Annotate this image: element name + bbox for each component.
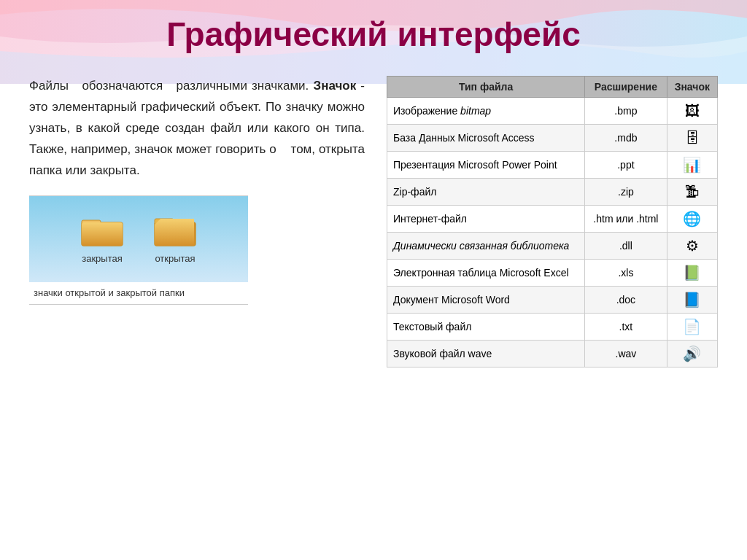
svg-rect-3	[82, 222, 123, 246]
open-folder-wrapper: открытая	[153, 211, 197, 267]
desc-part2: - это элементарный графический объект. П…	[29, 79, 365, 177]
cell-icon: 🖼	[667, 98, 717, 125]
file-type-icon: 📗	[683, 263, 702, 282]
description-text: Файлы обозначаются различными значками. …	[29, 76, 365, 181]
cell-type: Текстовый файл	[387, 314, 585, 341]
cell-icon: 📘	[667, 287, 717, 314]
closed-folder-label: закрытая	[82, 251, 123, 267]
file-type-icon: 🗜	[683, 182, 702, 201]
table-row: Zip-файл.zip🗜	[387, 179, 718, 206]
cell-icon: 📗	[667, 260, 717, 287]
open-folder-icon	[153, 211, 197, 248]
cell-ext: .mdb	[585, 125, 667, 152]
cell-type: Электронная таблица Microsoft Excel	[387, 260, 585, 287]
col-header-type: Тип файла	[387, 77, 585, 98]
cell-icon: 🗜	[667, 179, 717, 206]
file-type-icon: 📘	[683, 290, 702, 309]
cell-icon: 📊	[667, 152, 717, 179]
table-row: Электронная таблица Microsoft Excel.xls📗	[387, 260, 718, 287]
folder-caption: значки открытой и закрытой папки	[29, 282, 248, 304]
folder-image-container: закрытая	[29, 195, 248, 305]
cell-icon: ⚙	[667, 233, 717, 260]
table-row: Изображение bitmap.bmp🖼	[387, 98, 718, 125]
cell-ext: .wav	[585, 341, 667, 368]
cell-type: Интернет-файл	[387, 206, 585, 233]
table-row: Интернет-файл.htm или .html🌐	[387, 206, 718, 233]
table-row: Динамически связанная библиотека.dll⚙	[387, 233, 718, 260]
cell-type: Звуковой файл wave	[387, 341, 585, 368]
cell-ext: .ppt	[585, 152, 667, 179]
table-row: Документ Microsoft Word.doc📘	[387, 287, 718, 314]
cell-ext: .zip	[585, 179, 667, 206]
cell-icon: 📄	[667, 314, 717, 341]
file-type-icon: 🗄	[683, 128, 702, 147]
file-type-icon: ⚙	[683, 236, 702, 255]
bold-word: Значок	[313, 79, 356, 93]
cell-ext: .doc	[585, 287, 667, 314]
left-text-block: Файлы обозначаются различными значками. …	[29, 76, 365, 305]
file-type-icon: 🌐	[683, 209, 702, 228]
cell-type: База Данных Microsoft Access	[387, 125, 585, 152]
page-title: Графический интерфейс	[29, 0, 718, 76]
open-folder-label: открытая	[155, 251, 195, 267]
file-type-table: Тип файла Расширение Значок Изображение …	[387, 76, 718, 368]
cell-ext: .bmp	[585, 98, 667, 125]
folder-image-background: закрытая	[29, 196, 248, 282]
col-header-icon: Значок	[667, 77, 717, 98]
cell-type: Документ Microsoft Word	[387, 287, 585, 314]
table-header-row: Тип файла Расширение Значок	[387, 77, 718, 98]
file-type-icon: 🖼	[683, 101, 702, 120]
file-type-icon: 🔊	[683, 344, 702, 363]
table-row: Звуковой файл wave.wav🔊	[387, 341, 718, 368]
cell-ext: .htm или .html	[585, 206, 667, 233]
cell-icon: 🗄	[667, 125, 717, 152]
cell-ext: .dll	[585, 233, 667, 260]
desc-part1: Файлы обозначаются различными значками.	[29, 79, 313, 93]
cell-type: Динамически связанная библиотека	[387, 233, 585, 260]
closed-folder-icon	[80, 211, 124, 248]
table-row: Текстовый файл.txt📄	[387, 314, 718, 341]
cell-icon: 🌐	[667, 206, 717, 233]
file-table-block: Тип файла Расширение Значок Изображение …	[387, 76, 718, 368]
table-row: База Данных Microsoft Access.mdb🗄	[387, 125, 718, 152]
cell-ext: .txt	[585, 314, 667, 341]
col-header-ext: Расширение	[585, 77, 667, 98]
file-type-icon: 📄	[683, 317, 702, 336]
cell-icon: 🔊	[667, 341, 717, 368]
main-layout: Файлы обозначаются различными значками. …	[29, 76, 718, 368]
cell-ext: .xls	[585, 260, 667, 287]
table-row: Презентация Microsoft Power Point.ppt📊	[387, 152, 718, 179]
cell-type: Изображение bitmap	[387, 98, 585, 125]
cell-type: Презентация Microsoft Power Point	[387, 152, 585, 179]
file-type-icon: 📊	[683, 155, 702, 174]
closed-folder-wrapper: закрытая	[80, 211, 124, 267]
cell-type: Zip-файл	[387, 179, 585, 206]
